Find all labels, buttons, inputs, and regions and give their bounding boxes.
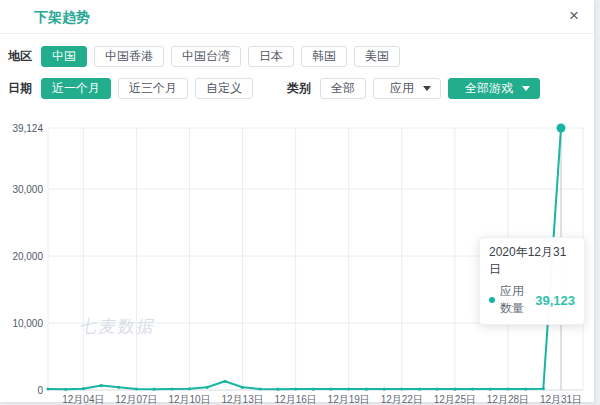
svg-text:12月07日: 12月07日: [115, 394, 157, 405]
svg-text:12月13日: 12月13日: [221, 394, 263, 405]
svg-text:12月04日: 12月04日: [62, 394, 104, 405]
trend-modal: 下架趋势 × 地区 中国 中国香港 中国台湾 日本 韩国 美国 日期 近一个月 …: [0, 0, 594, 402]
game-filter-dropdown-value: 全部游戏: [465, 80, 513, 97]
category-button-all[interactable]: 全部: [320, 78, 366, 99]
date-filter-row: 日期 近一个月 近三个月 自定义 类别 全部 应用 全部游戏: [8, 78, 547, 99]
header-divider: [0, 33, 594, 34]
close-icon[interactable]: ×: [564, 6, 584, 26]
svg-text:30,000: 30,000: [12, 184, 43, 195]
series-dot-icon: [489, 297, 495, 303]
svg-text:20,000: 20,000: [12, 251, 43, 262]
region-button-japan[interactable]: 日本: [248, 46, 294, 67]
category-type-dropdown-value: 应用: [390, 80, 414, 97]
region-button-usa[interactable]: 美国: [354, 46, 400, 67]
svg-text:0: 0: [37, 385, 43, 396]
svg-text:39,124: 39,124: [12, 123, 43, 134]
date-button-last-month[interactable]: 近一个月: [41, 78, 111, 99]
tooltip-row: 应用数量 39,123: [489, 283, 575, 317]
svg-text:12月16日: 12月16日: [275, 394, 317, 405]
tooltip-date: 2020年12月31日: [489, 244, 575, 278]
svg-text:10,000: 10,000: [12, 318, 43, 329]
region-button-china[interactable]: 中国: [41, 46, 87, 67]
svg-text:12月28日: 12月28日: [487, 394, 529, 405]
date-label: 日期: [8, 80, 32, 97]
svg-text:12月22日: 12月22日: [381, 394, 423, 405]
page-title: 下架趋势: [34, 9, 90, 27]
tooltip-series-label: 应用数量: [500, 283, 535, 317]
svg-text:12月19日: 12月19日: [328, 394, 370, 405]
tooltip-value: 39,123: [535, 293, 575, 308]
game-filter-dropdown[interactable]: 全部游戏: [448, 78, 540, 99]
svg-text:12月25日: 12月25日: [434, 394, 476, 405]
svg-text:12月31日: 12月31日: [540, 394, 582, 405]
category-type-dropdown[interactable]: 应用: [373, 78, 441, 99]
region-filter-row: 地区 中国 中国香港 中国台湾 日本 韩国 美国: [8, 46, 407, 67]
chevron-down-icon: [522, 86, 530, 91]
region-button-hongkong[interactable]: 中国香港: [94, 46, 164, 67]
region-button-taiwan[interactable]: 中国台湾: [171, 46, 241, 67]
svg-text:12月10日: 12月10日: [168, 394, 210, 405]
chevron-down-icon: [423, 86, 431, 91]
region-label: 地区: [8, 48, 32, 65]
date-button-custom[interactable]: 自定义: [195, 78, 253, 99]
region-button-korea[interactable]: 韩国: [301, 46, 347, 67]
category-label: 类别: [287, 80, 311, 97]
date-button-last-3-months[interactable]: 近三个月: [118, 78, 188, 99]
chart-tooltip: 2020年12月31日 应用数量 39,123: [479, 237, 585, 325]
